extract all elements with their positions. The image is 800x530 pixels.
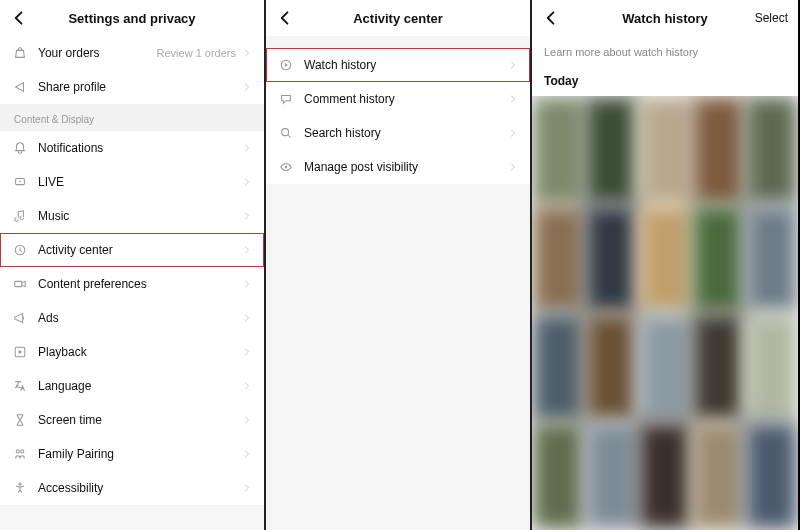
chevron-right-icon bbox=[242, 277, 252, 291]
activity-row-comment-history[interactable]: Comment history bbox=[266, 82, 530, 116]
chevron-right-icon bbox=[508, 58, 518, 72]
empty-area bbox=[266, 184, 530, 530]
settings-row-your-orders[interactable]: Your ordersReview 1 orders bbox=[0, 36, 264, 70]
music-icon bbox=[12, 208, 28, 224]
svg-point-10 bbox=[285, 166, 288, 169]
play-box-icon bbox=[12, 344, 28, 360]
row-label: Watch history bbox=[304, 58, 508, 72]
row-value: Review 1 orders bbox=[157, 47, 236, 59]
chevron-right-icon bbox=[508, 160, 518, 174]
select-button[interactable]: Select bbox=[755, 11, 788, 25]
row-label: Share profile bbox=[38, 80, 242, 94]
family-icon bbox=[12, 446, 28, 462]
svg-point-7 bbox=[19, 483, 21, 485]
section-label-content-display: Content & Display bbox=[0, 104, 264, 131]
activity-list: Watch historyComment historySearch histo… bbox=[266, 48, 530, 184]
settings-row-family-pairing[interactable]: Family Pairing bbox=[0, 437, 264, 471]
bag-icon bbox=[12, 45, 28, 61]
hourglass-icon bbox=[12, 412, 28, 428]
back-arrow-icon bbox=[276, 7, 294, 29]
app-root: Settings and privacy Your ordersReview 1… bbox=[0, 0, 800, 530]
eye-icon bbox=[278, 159, 294, 175]
page-title: Activity center bbox=[353, 11, 443, 26]
page-title: Watch history bbox=[622, 11, 707, 26]
chevron-right-icon bbox=[242, 46, 252, 60]
settings-row-playback[interactable]: Playback bbox=[0, 335, 264, 369]
video-icon bbox=[12, 276, 28, 292]
comment-icon bbox=[278, 91, 294, 107]
back-button[interactable] bbox=[8, 7, 30, 29]
chevron-right-icon bbox=[508, 126, 518, 140]
share-icon bbox=[12, 79, 28, 95]
chevron-right-icon bbox=[242, 379, 252, 393]
row-label: Comment history bbox=[304, 92, 508, 106]
today-heading: Today bbox=[532, 68, 798, 96]
settings-row-music[interactable]: Music bbox=[0, 199, 264, 233]
row-label: Notifications bbox=[38, 141, 242, 155]
svg-point-5 bbox=[16, 450, 19, 453]
chevron-right-icon bbox=[242, 447, 252, 461]
svg-point-6 bbox=[21, 450, 24, 453]
watch-history-header: Watch history Select bbox=[532, 0, 798, 36]
settings-row-content-preferences[interactable]: Content preferences bbox=[0, 267, 264, 301]
back-arrow-icon bbox=[542, 7, 560, 29]
svg-point-9 bbox=[282, 129, 289, 136]
chevron-right-icon bbox=[508, 92, 518, 106]
settings-row-screen-time[interactable]: Screen time bbox=[0, 403, 264, 437]
chevron-right-icon bbox=[242, 243, 252, 257]
chevron-right-icon bbox=[242, 481, 252, 495]
chevron-right-icon bbox=[242, 80, 252, 94]
chevron-right-icon bbox=[242, 413, 252, 427]
accessibility-icon bbox=[12, 480, 28, 496]
settings-row-accessibility[interactable]: Accessibility bbox=[0, 471, 264, 505]
settings-row-share-profile[interactable]: Share profile bbox=[0, 70, 264, 104]
chevron-right-icon bbox=[242, 345, 252, 359]
row-label: Playback bbox=[38, 345, 242, 359]
settings-header: Settings and privacy bbox=[0, 0, 264, 36]
chevron-right-icon bbox=[242, 175, 252, 189]
activity-header: Activity center bbox=[266, 0, 530, 36]
settings-section-main: NotificationsLIVEMusicActivity centerCon… bbox=[0, 131, 264, 505]
row-label: Search history bbox=[304, 126, 508, 140]
settings-row-live[interactable]: LIVE bbox=[0, 165, 264, 199]
chevron-right-icon bbox=[242, 141, 252, 155]
watch-history-grid[interactable] bbox=[532, 96, 798, 530]
settings-section-top: Your ordersReview 1 ordersShare profile bbox=[0, 36, 264, 104]
row-label: Music bbox=[38, 209, 242, 223]
clock-icon bbox=[12, 242, 28, 258]
settings-row-language[interactable]: Language bbox=[0, 369, 264, 403]
activity-center-pane: Activity center Watch historyComment his… bbox=[266, 0, 532, 530]
row-label: LIVE bbox=[38, 175, 242, 189]
row-label: Accessibility bbox=[38, 481, 242, 495]
back-button[interactable] bbox=[540, 7, 562, 29]
language-icon bbox=[12, 378, 28, 394]
broadcast-icon bbox=[12, 174, 28, 190]
row-label: Language bbox=[38, 379, 242, 393]
back-button[interactable] bbox=[274, 7, 296, 29]
svg-rect-3 bbox=[15, 281, 22, 286]
row-label: Manage post visibility bbox=[304, 160, 508, 174]
row-label: Content preferences bbox=[38, 277, 242, 291]
chevron-right-icon bbox=[242, 209, 252, 223]
chevron-right-icon bbox=[242, 311, 252, 325]
settings-row-notifications[interactable]: Notifications bbox=[0, 131, 264, 165]
play-circle-icon bbox=[278, 57, 294, 73]
activity-row-watch-history[interactable]: Watch history bbox=[266, 48, 530, 82]
megaphone-icon bbox=[12, 310, 28, 326]
back-arrow-icon bbox=[10, 7, 28, 29]
search-icon bbox=[278, 125, 294, 141]
info-link[interactable]: Learn more about watch history bbox=[532, 36, 798, 68]
page-title: Settings and privacy bbox=[68, 11, 195, 26]
row-label: Ads bbox=[38, 311, 242, 325]
settings-row-activity-center[interactable]: Activity center bbox=[0, 233, 264, 267]
row-label: Screen time bbox=[38, 413, 242, 427]
bell-icon bbox=[12, 140, 28, 156]
row-label: Family Pairing bbox=[38, 447, 242, 461]
svg-point-1 bbox=[19, 181, 21, 183]
row-label: Your orders bbox=[38, 46, 157, 60]
activity-row-manage-post-visibility[interactable]: Manage post visibility bbox=[266, 150, 530, 184]
row-label: Activity center bbox=[38, 243, 242, 257]
settings-row-ads[interactable]: Ads bbox=[0, 301, 264, 335]
settings-pane: Settings and privacy Your ordersReview 1… bbox=[0, 0, 266, 530]
activity-row-search-history[interactable]: Search history bbox=[266, 116, 530, 150]
